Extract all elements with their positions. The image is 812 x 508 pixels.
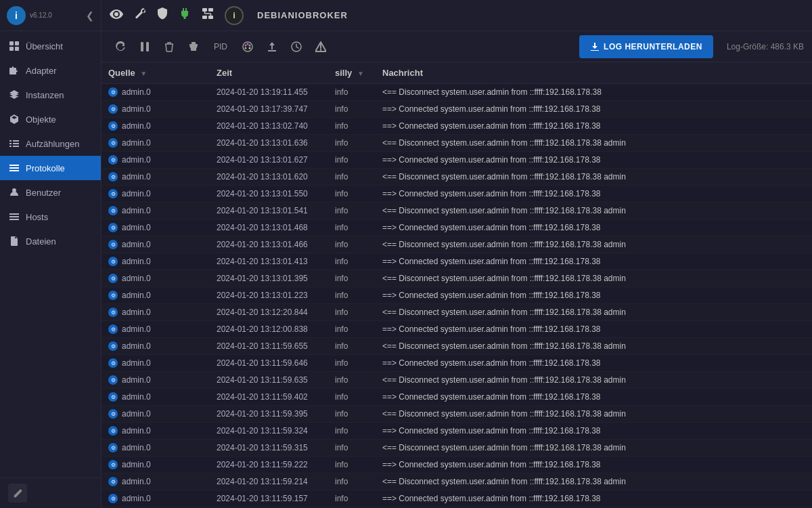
- cell-nachricht: <== Disconnect system.user.admin from ::…: [376, 135, 812, 152]
- column-header-level[interactable]: silly ▼: [328, 62, 376, 84]
- sidebar-item-protokolle[interactable]: Protokolle: [0, 156, 101, 180]
- cell-quelle: ⚙admin.0: [102, 440, 210, 456]
- cell-zeit: 2024-01-20 13:11:59.157: [210, 490, 328, 507]
- column-header-quelle[interactable]: Quelle ▼: [102, 62, 210, 84]
- table-row: ⚙admin.02024-01-20 13:13:01.395info<== D…: [102, 270, 812, 287]
- edit-button[interactable]: [8, 484, 27, 503]
- sidebar-item-benutzer[interactable]: Benutzer: [0, 180, 101, 205]
- palette-button[interactable]: [237, 36, 258, 58]
- action-bar: PID: [102, 31, 812, 62]
- table-row: ⚙admin.02024-01-20 13:17:39.747info==> C…: [102, 101, 812, 118]
- layers-icon: [8, 89, 20, 101]
- svg-rect-9: [13, 146, 19, 147]
- sidebar-bottom: [0, 478, 101, 508]
- cell-level: info: [328, 135, 376, 152]
- sidebar-item-uebersicht[interactable]: Übersicht: [0, 34, 101, 58]
- cell-nachricht: <== Disconnect system.user.admin from ::…: [376, 236, 812, 253]
- file-icon: [8, 235, 20, 247]
- pid-button[interactable]: PID: [207, 36, 234, 58]
- cell-nachricht: ==> Connected system.user.admin from ::f…: [376, 287, 812, 304]
- svg-rect-10: [9, 165, 19, 166]
- log-table-container[interactable]: Quelle ▼ Zeit silly ▼ Nachricht ⚙admin.0…: [102, 62, 812, 508]
- cell-level: info: [328, 169, 376, 186]
- cell-nachricht: <== Disconnect system.user.admin from ::…: [376, 84, 812, 101]
- sidebar-item-aufzaehlungen[interactable]: Aufzählungen: [0, 131, 101, 156]
- pid-label: PID: [214, 42, 227, 51]
- refresh-button[interactable]: [110, 36, 131, 58]
- table-row: ⚙admin.02024-01-20 13:13:01.620info<== D…: [102, 169, 812, 186]
- svg-rect-3: [15, 47, 19, 51]
- source-icon: ⚙: [108, 104, 118, 114]
- upload-button[interactable]: [261, 36, 283, 58]
- plug-icon[interactable]: [179, 7, 191, 23]
- wrench-icon[interactable]: [134, 7, 146, 23]
- table-row: ⚙admin.02024-01-20 13:11:59.655info<== D…: [102, 338, 812, 355]
- source-icon: ⚙: [108, 443, 118, 452]
- top-bar: i DEBIANIOBROKER: [102, 0, 812, 31]
- cell-level: info: [328, 101, 376, 118]
- source-icon: ⚙: [108, 87, 118, 97]
- cell-level: info: [328, 473, 376, 490]
- cell-quelle: ⚙admin.0: [102, 338, 210, 354]
- warning-button[interactable]: [310, 36, 332, 58]
- cell-zeit: 2024-01-20 13:13:01.620: [210, 169, 328, 186]
- download-log-button[interactable]: LOG HERUNTERLADEN: [579, 35, 713, 58]
- column-header-zeit[interactable]: Zeit: [210, 62, 328, 84]
- pause-button[interactable]: [134, 36, 156, 58]
- grid-icon: [8, 40, 20, 52]
- table-row: ⚙admin.02024-01-20 13:11:59.222info==> C…: [102, 457, 812, 473]
- cell-quelle: ⚙admin.0: [102, 490, 210, 507]
- clear-button[interactable]: [183, 36, 204, 58]
- column-header-nachricht[interactable]: Nachricht: [376, 62, 812, 84]
- sidebar-item-hosts[interactable]: Hosts: [0, 205, 101, 229]
- delete-button[interactable]: [158, 36, 180, 58]
- cell-level: info: [328, 287, 376, 304]
- log-size-label: Log-Größe: 486.3 KB: [727, 42, 804, 51]
- cell-level: info: [328, 372, 376, 389]
- sidebar-nav: Übersicht Adapter Instanzen: [0, 31, 101, 478]
- broker-label: DEBIANIOBROKER: [257, 10, 348, 20]
- cell-quelle: ⚙admin.0: [102, 287, 210, 303]
- sidebar-collapse-button[interactable]: ❮: [86, 10, 94, 21]
- network-icon[interactable]: [202, 7, 214, 23]
- table-row: ⚙admin.02024-01-20 13:11:59.315info<== D…: [102, 440, 812, 457]
- cell-nachricht: ==> Connected system.user.admin from ::f…: [376, 186, 812, 203]
- cell-nachricht: ==> Connected system.user.admin from ::f…: [376, 219, 812, 236]
- svg-rect-4: [9, 140, 12, 142]
- svg-rect-25: [146, 42, 149, 51]
- eye-icon[interactable]: [110, 8, 123, 22]
- sidebar-item-objekte[interactable]: Objekte: [0, 107, 101, 131]
- svg-point-30: [249, 47, 251, 49]
- table-row: ⚙admin.02024-01-20 13:13:02.740info==> C…: [102, 118, 812, 135]
- clock-button[interactable]: [286, 36, 307, 58]
- cell-level: info: [328, 406, 376, 423]
- cell-nachricht: <== Disconnect system.user.admin from ::…: [376, 372, 812, 389]
- cell-quelle: ⚙admin.0: [102, 423, 210, 439]
- svg-rect-19: [202, 16, 207, 19]
- table-row: ⚙admin.02024-01-20 13:11:59.395info<== D…: [102, 406, 812, 423]
- svg-rect-17: [202, 8, 207, 12]
- svg-rect-8: [9, 146, 12, 147]
- cell-zeit: 2024-01-20 13:12:00.838: [210, 321, 328, 338]
- sidebar-item-adapter[interactable]: Adapter: [0, 58, 101, 83]
- shield-icon[interactable]: [157, 7, 168, 23]
- host-icon: [8, 211, 20, 223]
- sidebar-item-dateien[interactable]: Dateien: [0, 229, 101, 253]
- cell-nachricht: <== Disconnect system.user.admin from ::…: [376, 406, 812, 423]
- cell-nachricht: <== Disconnect system.user.admin from ::…: [376, 338, 812, 355]
- cell-quelle: ⚙admin.0: [102, 101, 210, 117]
- sort-icon-quelle: ▼: [140, 70, 147, 77]
- cell-zeit: 2024-01-20 13:17:39.747: [210, 101, 328, 118]
- cell-level: info: [328, 440, 376, 457]
- cell-zeit: 2024-01-20 13:13:01.466: [210, 236, 328, 253]
- sidebar-item-instanzen[interactable]: Instanzen: [0, 83, 101, 107]
- download-button-label: LOG HERUNTERLADEN: [604, 42, 702, 51]
- svg-rect-24: [141, 42, 143, 51]
- cell-quelle: ⚙admin.0: [102, 304, 210, 320]
- cell-nachricht: ==> Connected system.user.admin from ::f…: [376, 152, 812, 169]
- cell-level: info: [328, 236, 376, 253]
- person-icon: [8, 186, 20, 198]
- table-row: ⚙admin.02024-01-20 13:13:01.468info==> C…: [102, 219, 812, 236]
- cell-level: info: [328, 118, 376, 135]
- sort-icon-level: ▼: [357, 70, 364, 77]
